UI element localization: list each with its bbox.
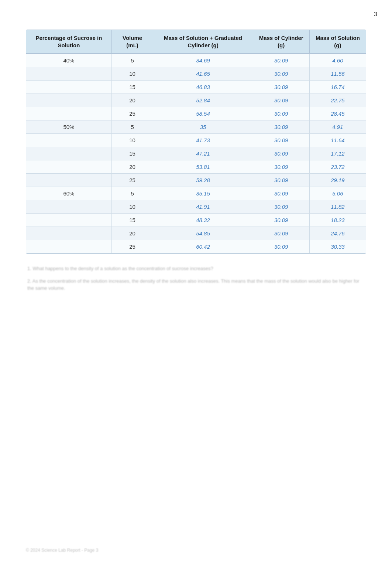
table-row: 1547.2130.0917.12 (26, 147, 366, 160)
table-row: 2054.8530.0924.76 (26, 227, 366, 240)
cell-mass-cyl: 30.09 (253, 67, 309, 81)
cell-volume: 25 (111, 107, 153, 120)
cell-mass-cyl: 30.09 (253, 214, 309, 227)
header-percentage: Percentage of Sucrose in Solution (26, 30, 111, 54)
cell-mass-sol: 28.45 (309, 107, 366, 120)
table-row: 1041.6530.0911.56 (26, 67, 366, 81)
cell-mass-sol-grad: 60.42 (153, 240, 253, 254)
footer: © 2024 Science Lab Report - Page 3 (26, 548, 98, 553)
cell-mass-sol: 18.23 (309, 214, 366, 227)
cell-mass-sol: 11.82 (309, 200, 366, 214)
cell-mass-sol: 24.76 (309, 227, 366, 240)
cell-percentage (26, 81, 111, 94)
cell-percentage: 60% (26, 187, 111, 200)
cell-mass-cyl: 30.09 (253, 174, 309, 187)
cell-volume: 25 (111, 174, 153, 187)
cell-percentage: 50% (26, 120, 111, 134)
cell-mass-cyl: 30.09 (253, 134, 309, 147)
cell-mass-cyl: 30.09 (253, 81, 309, 94)
table-row: 2559.2830.0929.19 (26, 174, 366, 187)
cell-percentage (26, 94, 111, 107)
cell-mass-sol-grad: 58.54 (153, 107, 253, 120)
cell-percentage: 40% (26, 54, 111, 67)
cell-mass-sol-grad: 53.81 (153, 160, 253, 174)
cell-mass-cyl: 30.09 (253, 187, 309, 200)
cell-volume: 15 (111, 81, 153, 94)
cell-mass-sol-grad: 48.32 (153, 214, 253, 227)
cell-percentage (26, 240, 111, 254)
cell-mass-sol: 29.19 (309, 174, 366, 187)
cell-volume: 15 (111, 147, 153, 160)
page-number: 3 (374, 11, 377, 18)
cell-mass-sol: 23.72 (309, 160, 366, 174)
cell-mass-sol: 11.64 (309, 134, 366, 147)
cell-mass-sol-grad: 47.21 (153, 147, 253, 160)
cell-volume: 10 (111, 200, 153, 214)
table-row: 50%53530.094.91 (26, 120, 366, 134)
cell-mass-sol: 4.60 (309, 54, 366, 67)
cell-mass-sol: 5.06 (309, 187, 366, 200)
cell-mass-cyl: 30.09 (253, 227, 309, 240)
cell-mass-sol: 16.74 (309, 81, 366, 94)
cell-mass-cyl: 30.09 (253, 120, 309, 134)
cell-percentage (26, 160, 111, 174)
cell-mass-sol-grad: 46.83 (153, 81, 253, 94)
cell-volume: 20 (111, 94, 153, 107)
cell-mass-sol-grad: 41.73 (153, 134, 253, 147)
cell-mass-sol: 11.56 (309, 67, 366, 81)
cell-mass-sol-grad: 41.65 (153, 67, 253, 81)
table-row: 40%534.6930.094.60 (26, 54, 366, 67)
table-header-row: Percentage of Sucrose in Solution Volume… (26, 30, 366, 54)
cell-percentage (26, 107, 111, 120)
table-row: 1546.8330.0916.74 (26, 81, 366, 94)
cell-volume: 15 (111, 214, 153, 227)
cell-volume: 25 (111, 240, 153, 254)
table-row: 2053.8130.0923.72 (26, 160, 366, 174)
cell-percentage (26, 67, 111, 81)
table-row: 1041.7330.0911.64 (26, 134, 366, 147)
cell-percentage (26, 134, 111, 147)
questions-section: 1. What happens to the density of a solu… (26, 265, 366, 292)
question-2: 2. As the concentration of the solution … (27, 278, 365, 292)
cell-mass-sol-grad: 59.28 (153, 174, 253, 187)
table-row: 1548.3230.0918.23 (26, 214, 366, 227)
cell-volume: 5 (111, 187, 153, 200)
cell-percentage (26, 147, 111, 160)
cell-mass-sol: 30.33 (309, 240, 366, 254)
header-volume: Volume (mL) (111, 30, 153, 54)
cell-volume: 10 (111, 67, 153, 81)
cell-volume: 10 (111, 134, 153, 147)
cell-mass-sol-grad: 35.15 (153, 187, 253, 200)
cell-percentage (26, 227, 111, 240)
header-mass-sol: Mass of Solution (g) (309, 30, 366, 54)
cell-mass-cyl: 30.09 (253, 147, 309, 160)
cell-mass-cyl: 30.09 (253, 94, 309, 107)
cell-mass-cyl: 30.09 (253, 160, 309, 174)
cell-mass-cyl: 30.09 (253, 54, 309, 67)
cell-mass-sol: 17.12 (309, 147, 366, 160)
cell-volume: 20 (111, 160, 153, 174)
table-row: 1041.9130.0911.82 (26, 200, 366, 214)
cell-percentage (26, 214, 111, 227)
cell-mass-sol-grad: 52.84 (153, 94, 253, 107)
question-1: 1. What happens to the density of a solu… (27, 265, 365, 272)
cell-mass-sol-grad: 41.91 (153, 200, 253, 214)
cell-mass-sol: 4.91 (309, 120, 366, 134)
cell-percentage (26, 200, 111, 214)
table-row: 60%535.1530.095.06 (26, 187, 366, 200)
cell-mass-cyl: 30.09 (253, 240, 309, 254)
cell-percentage (26, 174, 111, 187)
cell-mass-cyl: 30.09 (253, 107, 309, 120)
cell-volume: 20 (111, 227, 153, 240)
cell-volume: 5 (111, 120, 153, 134)
cell-mass-sol: 22.75 (309, 94, 366, 107)
cell-volume: 5 (111, 54, 153, 67)
data-table: Percentage of Sucrose in Solution Volume… (26, 30, 366, 254)
cell-mass-sol-grad: 54.85 (153, 227, 253, 240)
header-mass-sol-grad: Mass of Solution + Graduated Cylinder (g… (153, 30, 253, 54)
table-row: 2558.5430.0928.45 (26, 107, 366, 120)
table-row: 2560.4230.0930.33 (26, 240, 366, 254)
cell-mass-sol-grad: 35 (153, 120, 253, 134)
cell-mass-cyl: 30.09 (253, 200, 309, 214)
header-mass-cyl: Mass of Cylinder (g) (253, 30, 309, 54)
